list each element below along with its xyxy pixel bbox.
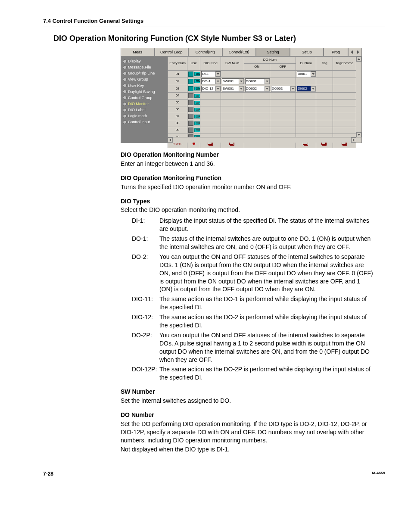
dropdown[interactable]: SW001 (222, 86, 244, 92)
sidebar-item-dio-monitor[interactable]: DIO Monitor (123, 101, 166, 107)
cell-tag (316, 92, 333, 99)
sidebar-label: Message,File (128, 65, 151, 70)
dropdown-button[interactable] (239, 86, 244, 91)
heading-dio-function: DIO Operation Monitoring Function (121, 174, 375, 182)
dropdown-button[interactable] (290, 86, 296, 91)
dropdown-button[interactable] (215, 72, 221, 77)
tab-nav-arrows[interactable] (348, 48, 362, 56)
cell-sw (221, 113, 244, 120)
dropdown-button[interactable] (311, 72, 316, 77)
tab-setup[interactable]: Setup (290, 48, 324, 56)
cell-use[interactable]: OFF (187, 120, 200, 127)
cell-use[interactable]: OFF (187, 106, 200, 113)
dropdown[interactable]: DIO-12 (201, 86, 221, 92)
arrow-down-icon (266, 88, 268, 90)
tab-prog[interactable]: Prog (324, 48, 348, 56)
sidebar-item-message-file[interactable]: Message,File (123, 64, 166, 70)
text-do-number-1: Set the DO performing DIO operation moni… (121, 420, 375, 445)
checkbox[interactable] (188, 121, 193, 126)
cell-kind[interactable]: DI-1 (200, 70, 221, 78)
checkbox[interactable] (188, 79, 193, 84)
sidebar-item-dio-label[interactable]: DIO Label (123, 107, 166, 113)
sidebar-item-control-input[interactable]: Control input (123, 119, 166, 125)
cell-use[interactable]: ON (187, 85, 200, 92)
dropdown-button[interactable] (265, 86, 270, 91)
cell-tagc (333, 106, 356, 113)
cell-on[interactable]: DO001 (244, 78, 270, 85)
checkbox[interactable] (188, 93, 193, 98)
cell-di[interactable]: DI002 (296, 85, 316, 92)
col-di: DI Num (296, 56, 316, 70)
sidebar-item-display[interactable]: Display (123, 58, 166, 64)
cell-on[interactable]: DO002 (244, 85, 270, 92)
dropdown-button[interactable] (265, 79, 270, 84)
checkbox[interactable] (188, 114, 193, 119)
dropdown-value: DO003 (272, 87, 283, 91)
col-tag: Tag (316, 56, 333, 70)
use-badge: ON (194, 72, 200, 76)
checkbox[interactable] (188, 100, 193, 105)
cell-off (270, 92, 296, 99)
dropdown-button[interactable] (311, 86, 316, 91)
cell-kind[interactable]: DIO-12 (200, 85, 221, 92)
dropdown-button[interactable] (239, 79, 244, 84)
cell-tagc (333, 99, 356, 106)
scroll-down-button[interactable] (356, 132, 361, 137)
cell-on (244, 92, 270, 99)
cell-use[interactable]: ON (187, 70, 200, 78)
scroll-left-button[interactable] (168, 137, 173, 143)
vertical-scrollbar[interactable] (356, 56, 361, 137)
cell-kind[interactable]: DO-1 (200, 78, 221, 85)
scroll-right-button[interactable] (351, 137, 356, 143)
cell-tagc (333, 120, 356, 127)
table-row: 06 OFF (168, 106, 356, 113)
cell-off[interactable]: DO003 (270, 85, 296, 92)
dropdown[interactable]: DI002 (297, 86, 316, 92)
dropdown[interactable]: DO002 (245, 86, 270, 92)
cell-use[interactable]: OFF (187, 127, 200, 134)
sidebar-item-view-group[interactable]: View Group (123, 76, 166, 82)
arrow-up-icon (358, 58, 360, 60)
horizontal-scrollbar[interactable] (168, 137, 356, 143)
use-badge: OFF (194, 121, 200, 125)
tab-setting[interactable]: Setting (256, 48, 290, 56)
cell-use[interactable]: ON (187, 78, 200, 85)
cell-tagc (333, 92, 356, 99)
checkbox[interactable] (188, 86, 193, 91)
tab-control-ext[interactable]: Control(Ext) (222, 48, 256, 56)
dropdown[interactable]: DI-1 (201, 71, 221, 77)
dropdown[interactable]: DO-1 (201, 78, 221, 84)
col-kind: DIO Kind (200, 56, 221, 70)
sidebar-item-daylight[interactable]: Daylight Saving (123, 89, 166, 95)
checkbox[interactable] (188, 72, 193, 77)
dropdown[interactable]: DO003 (271, 86, 296, 92)
dropdown[interactable]: DO001 (245, 78, 270, 84)
sidebar-item-control-group[interactable]: Control Group (123, 95, 166, 101)
checkbox[interactable] (188, 128, 193, 133)
checkbox[interactable] (188, 107, 193, 112)
dropdown-button[interactable] (215, 79, 221, 84)
page-header: 7.4 Control Function General Settings (43, 17, 385, 27)
dropdown[interactable]: DI001 (297, 71, 316, 77)
sidebar-item-user-key[interactable]: User Key (123, 83, 166, 89)
col-donum: DO Num (244, 56, 296, 63)
bullet-icon (123, 108, 127, 112)
scroll-up-button[interactable] (356, 56, 361, 62)
cell-use[interactable]: OFF (187, 113, 200, 120)
cell-tagc (333, 78, 356, 85)
cell-sw[interactable]: SW001 (221, 85, 244, 92)
tab-meas[interactable]: Meas (121, 48, 155, 56)
col-off: OFF (270, 63, 296, 70)
sidebar-item-group-trip[interactable]: Group/Trip Line (123, 70, 166, 76)
tab-control-loop[interactable]: Control Loop (155, 48, 189, 56)
cell-sw[interactable]: SW001 (221, 78, 244, 85)
cell-use[interactable]: OFF (187, 99, 200, 106)
cell-di[interactable]: DI001 (296, 70, 316, 78)
dropdown-button[interactable] (215, 86, 221, 91)
dropdown[interactable]: SW001 (222, 78, 244, 84)
cell-use[interactable]: OFF (187, 92, 200, 99)
tab-control-int[interactable]: Control(Int) (188, 48, 222, 56)
bullet-icon (123, 59, 127, 63)
sidebar-item-logic-math[interactable]: Logic math (123, 113, 166, 119)
cell-kind (200, 127, 221, 134)
